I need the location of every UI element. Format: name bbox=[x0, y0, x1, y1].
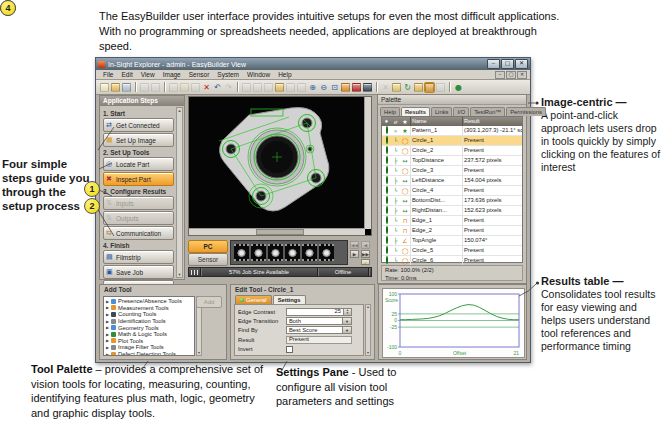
tool-category-identification-tools[interactable]: Identification Tools bbox=[104, 318, 194, 325]
print-icon[interactable] bbox=[140, 83, 149, 92]
display-grid-icon[interactable] bbox=[363, 83, 372, 92]
new-job-icon[interactable] bbox=[100, 83, 109, 92]
open-job-icon[interactable] bbox=[111, 83, 120, 92]
get-connected-button[interactable]: ⇄Get Connected bbox=[103, 118, 174, 132]
result-row-leftdistance[interactable]: ├↔LeftDistance154.004 pixels bbox=[382, 176, 522, 186]
tool-category-math-logic-tools[interactable]: Math & Logic Tools bbox=[104, 331, 194, 338]
paste-icon[interactable] bbox=[191, 83, 200, 92]
filmstrip-button[interactable]: ▤Filmstrip bbox=[103, 250, 174, 264]
spinner-arrows-icon[interactable]: ▲▼ bbox=[343, 309, 351, 315]
mdi-restore-button[interactable] bbox=[506, 71, 516, 79]
play-icon[interactable] bbox=[297, 83, 306, 92]
result-row-circle-2[interactable]: └◯Circle_2Present bbox=[382, 146, 522, 156]
edge-contrast-spinner[interactable]: 25▲▼ bbox=[286, 308, 352, 316]
save-to-sensor-icon[interactable] bbox=[425, 83, 434, 92]
tool-category-defect-detection-tools[interactable]: Defect Detection Tools bbox=[104, 351, 194, 356]
palette-tab-help[interactable]: Help bbox=[380, 107, 400, 116]
last-frame-button[interactable]: ▶▶ bbox=[361, 250, 370, 258]
result-row-circle-5[interactable]: └◯Circle_5Present bbox=[382, 246, 522, 256]
maximize-button[interactable] bbox=[501, 59, 514, 69]
next-frame-button[interactable]: ▶ bbox=[350, 250, 359, 258]
image-vertical-scrollbar[interactable] bbox=[364, 97, 371, 229]
menu-help[interactable]: Help bbox=[274, 71, 295, 78]
filmstrip[interactable] bbox=[230, 240, 348, 265]
online-status-icon[interactable]: ● bbox=[454, 83, 463, 92]
result-row-circle-1[interactable]: └◯Circle_1Present bbox=[382, 136, 522, 146]
minimize-button[interactable] bbox=[487, 59, 500, 69]
dropdown-arrow-icon[interactable]: ▼ bbox=[342, 327, 351, 333]
zoom-fit-icon[interactable]: ⊡ bbox=[330, 83, 339, 92]
result-row-topdistance[interactable]: ├↔TopDistance237.572 pixels bbox=[382, 156, 522, 166]
edit-tool-scrollbar[interactable] bbox=[365, 304, 371, 356]
refresh-icon[interactable]: ↻ bbox=[403, 83, 412, 92]
result-row-pattern-1[interactable]: »★Pattern_1(303.1,207.3) -21.1° score... bbox=[382, 126, 522, 136]
palette-tab-results[interactable]: Results bbox=[401, 107, 430, 116]
result-row-edge-2[interactable]: └⊓Edge_2Present bbox=[382, 226, 522, 236]
image-horizontal-scrollbar[interactable] bbox=[189, 228, 365, 235]
menu-image[interactable]: Image bbox=[159, 71, 185, 78]
result-row-rightdistan[interactable]: ├↔RightDistan...152.623 pixels bbox=[382, 206, 522, 216]
redo-icon[interactable]: ↷ bbox=[224, 83, 233, 92]
cut-icon[interactable] bbox=[169, 83, 178, 92]
logon-icon[interactable] bbox=[414, 83, 423, 92]
palette-tab-testrun[interactable]: TestRun™ bbox=[470, 107, 505, 116]
menu-sensor[interactable]: Sensor bbox=[185, 71, 214, 78]
result-row-circle-3[interactable]: └◯Circle_3Present bbox=[382, 166, 522, 176]
title-bar[interactable]: In-Sight Explorer - admin - EasyBuilder … bbox=[96, 58, 530, 70]
delete-icon[interactable]: ✕ bbox=[202, 83, 211, 92]
invert-checkbox[interactable] bbox=[286, 346, 293, 353]
mdi-minimize-button[interactable] bbox=[495, 71, 505, 79]
display-lut-icon[interactable] bbox=[352, 83, 361, 92]
set-up-image-button[interactable]: ▦Set Up Image bbox=[103, 133, 174, 147]
tool-category-geometry-tools[interactable]: Geometry Tools bbox=[104, 324, 194, 331]
clear-icon[interactable]: ✕ bbox=[381, 83, 390, 92]
result-row-edge-1[interactable]: └⊓Edge_1Present bbox=[382, 216, 522, 226]
inspect-part-button[interactable]: ✖Inspect Part bbox=[103, 172, 174, 186]
zoom-image-icon[interactable] bbox=[341, 83, 350, 92]
locate-part-button[interactable]: ◎Locate Part bbox=[103, 157, 174, 171]
mdi-close-button[interactable] bbox=[517, 71, 527, 79]
menu-file[interactable]: File bbox=[99, 71, 117, 78]
accept-frame-button[interactable] bbox=[361, 259, 370, 265]
image-view[interactable] bbox=[188, 96, 372, 236]
dropdown-arrow-icon[interactable]: ▼ bbox=[342, 318, 351, 324]
record-icon[interactable] bbox=[286, 83, 295, 92]
sensor-button[interactable]: Sensor bbox=[188, 253, 228, 266]
prev-frame-button[interactable]: ◀ bbox=[361, 241, 370, 249]
undo-icon[interactable]: ↶ bbox=[213, 83, 222, 92]
edit-tool-tab-settings[interactable]: Settings bbox=[273, 295, 306, 304]
add-button[interactable]: Add bbox=[196, 296, 222, 308]
live-video-icon[interactable] bbox=[242, 83, 251, 92]
tool-category-plot-tools[interactable]: Plot Tools bbox=[104, 338, 194, 345]
edge-transition-dropdown[interactable]: Both▼ bbox=[286, 317, 352, 325]
palette-tab-permissions[interactable]: Permissions bbox=[506, 107, 546, 116]
menu-window[interactable]: Window bbox=[243, 71, 274, 78]
first-frame-button[interactable]: ◀◀ bbox=[350, 241, 359, 249]
outputs-button[interactable]: ⇅Outputs bbox=[103, 211, 174, 225]
filmstrip-toggle-icon[interactable] bbox=[392, 83, 401, 92]
filmstrip-frame[interactable] bbox=[268, 244, 283, 261]
menu-edit[interactable]: Edit bbox=[117, 71, 136, 78]
result-row-circle-4[interactable]: └◯Circle_4Present bbox=[382, 186, 522, 196]
tool-category-counting-tools[interactable]: Counting Tools bbox=[104, 311, 194, 318]
save-job-button[interactable]: ▣Save Job bbox=[103, 265, 174, 279]
zoom-in-icon[interactable]: ⊕ bbox=[308, 83, 317, 92]
filmstrip-frame[interactable] bbox=[251, 244, 266, 261]
print-preview-icon[interactable] bbox=[151, 83, 160, 92]
tool-category-presence-absence-tools[interactable]: Presence/Absence Tools bbox=[104, 298, 194, 305]
filmstrip-frame[interactable] bbox=[285, 244, 300, 261]
result-row-topangle[interactable]: ├∠TopAngle150.074° bbox=[382, 236, 522, 246]
filmstrip-frame[interactable] bbox=[234, 244, 249, 261]
result-row-bottomdist[interactable]: ├↔BottomDist...173.636 pixels bbox=[382, 196, 522, 206]
find-by-dropdown[interactable]: Best Score▼ bbox=[286, 326, 352, 334]
pc-button[interactable]: PC bbox=[188, 240, 228, 253]
menu-view[interactable]: View bbox=[137, 71, 159, 78]
palette-tab-i-o[interactable]: I/O bbox=[453, 107, 469, 116]
custom-view-icon[interactable] bbox=[436, 83, 445, 92]
copy-icon[interactable] bbox=[180, 83, 189, 92]
open-image-folder-icon[interactable] bbox=[275, 83, 284, 92]
trigger-icon[interactable] bbox=[253, 83, 262, 92]
tool-category-measurement-tools[interactable]: Measurement Tools bbox=[104, 305, 194, 312]
filmstrip-frame[interactable] bbox=[302, 244, 317, 261]
menu-system[interactable]: System bbox=[213, 71, 243, 78]
